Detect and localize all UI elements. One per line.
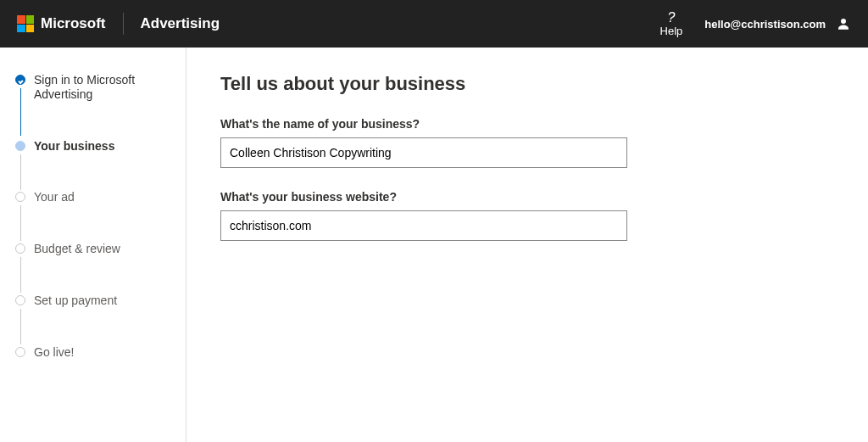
step-complete-icon [15, 75, 25, 85]
step-budget-review[interactable]: Budget & review [15, 242, 170, 256]
business-name-label: What's the name of your business? [220, 117, 627, 131]
microsoft-logo-icon [17, 15, 34, 32]
microsoft-brand-text: Microsoft [41, 15, 106, 32]
user-icon[interactable] [836, 16, 851, 31]
svg-point-0 [841, 19, 846, 24]
help-icon: ? [660, 10, 683, 25]
step-go-live[interactable]: Go live! [15, 345, 170, 360]
business-website-label: What's your business website? [220, 190, 627, 204]
business-website-input[interactable] [220, 210, 627, 241]
business-name-field: What's the name of your business? [220, 117, 627, 168]
steps-list: Sign in to Microsoft Advertising Your bu… [15, 73, 170, 360]
help-label: Help [660, 25, 683, 37]
step-label: Budget & review [34, 242, 120, 256]
step-set-up-payment[interactable]: Set up payment [15, 294, 170, 308]
main-content: Tell us about your business What's the n… [186, 48, 868, 442]
business-website-field: What's your business website? [220, 190, 627, 241]
step-pending-icon [15, 347, 25, 357]
product-name: Advertising [141, 15, 220, 32]
step-label: Go live! [34, 345, 74, 360]
step-pending-icon [15, 192, 25, 202]
step-active-icon [15, 141, 25, 151]
step-your-business[interactable]: Your business [15, 139, 170, 154]
topbar: Microsoft Advertising ? Help hello@cchri… [0, 0, 868, 48]
business-name-input[interactable] [220, 137, 627, 168]
page-title: Tell us about your business [220, 73, 834, 95]
step-your-ad[interactable]: Your ad [15, 190, 170, 204]
step-pending-icon [15, 243, 25, 254]
step-label: Set up payment [34, 294, 117, 308]
step-label: Your business [34, 139, 114, 154]
step-label: Sign in to Microsoft Advertising [34, 73, 153, 102]
microsoft-logo[interactable]: Microsoft [17, 13, 124, 35]
step-label: Your ad [34, 190, 75, 204]
user-email[interactable]: hello@cchristison.com [704, 18, 826, 31]
help-button[interactable]: ? Help [660, 10, 683, 37]
step-sign-in[interactable]: Sign in to Microsoft Advertising [15, 73, 170, 102]
step-pending-icon [15, 295, 25, 305]
steps-sidebar: Sign in to Microsoft Advertising Your bu… [0, 48, 186, 442]
